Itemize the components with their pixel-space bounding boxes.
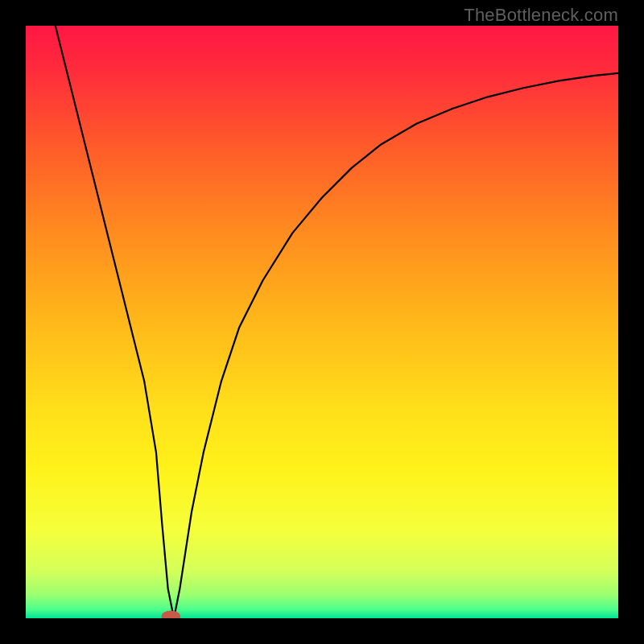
chart-frame: TheBottleneck.com: [0, 0, 644, 644]
plot-area: [26, 26, 618, 618]
chart-canvas: [26, 26, 618, 618]
watermark-label: TheBottleneck.com: [464, 5, 618, 26]
gradient-background: [26, 26, 618, 618]
